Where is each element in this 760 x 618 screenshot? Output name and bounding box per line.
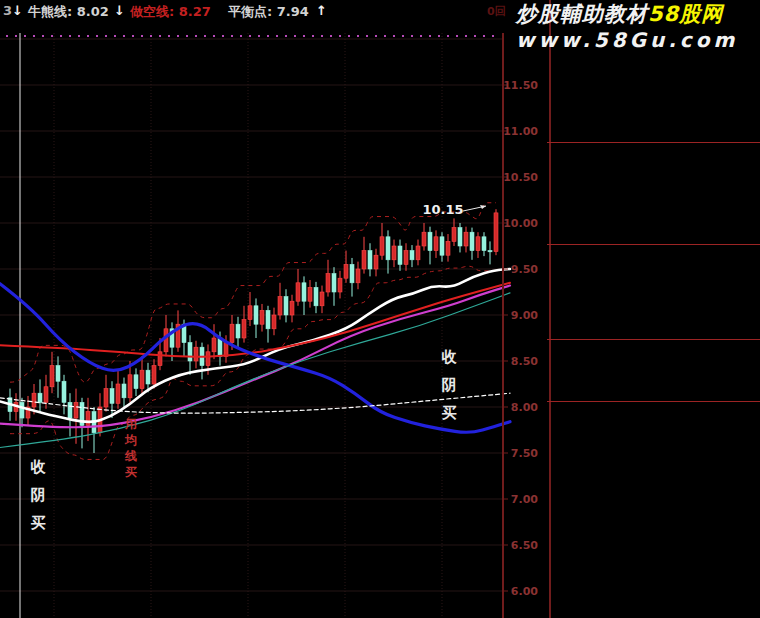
y-axis-label: 6.50 [511, 539, 538, 552]
candle-down [122, 384, 126, 398]
candle-down [440, 237, 444, 255]
candle-down [482, 237, 486, 251]
y-axis-label: 10.50 [503, 171, 538, 184]
signal-text: 买 [31, 514, 46, 532]
candle-up [242, 320, 246, 338]
y-axis-label: 8.00 [511, 401, 538, 414]
candle-up [278, 297, 282, 315]
y-axis-label: 10.00 [503, 217, 538, 230]
signal-text: 买 [442, 404, 457, 422]
candle-up [260, 310, 264, 324]
lower-envelope [10, 266, 496, 459]
candle-down [110, 389, 114, 404]
candle-down [458, 228, 462, 246]
quote-panel: 10.15368310.14208710.13139010.12109810.1… [545, 0, 760, 618]
signal-text: 线 [124, 449, 137, 463]
candle-up [452, 228, 456, 242]
toolbar-prefix: 3 [3, 3, 12, 18]
y-axis-label: 11.00 [503, 125, 538, 138]
candle-down [134, 375, 138, 389]
candle-up [164, 329, 168, 352]
candle-up [74, 402, 78, 418]
bull-bear-line-value[interactable]: 牛熊线: 8.02 [28, 3, 109, 21]
panel-section-divider [547, 401, 760, 402]
candle-down [284, 297, 288, 315]
candle-up [422, 232, 426, 246]
candle-down [146, 370, 150, 384]
panel-section-divider [547, 142, 760, 143]
panel-section-divider [547, 244, 760, 245]
peak-price-label: 10.15 [422, 202, 463, 217]
candle-down [350, 264, 354, 282]
candle-down [218, 338, 222, 356]
candle-down [386, 237, 390, 260]
candle-down [428, 232, 432, 250]
signal-text: 均 [124, 433, 137, 447]
corner-glyph: 0回 [487, 4, 506, 19]
candle-down [68, 402, 72, 418]
candle-up [380, 237, 384, 255]
candle-up [416, 246, 420, 260]
candle-down [302, 283, 306, 301]
candle-up [224, 343, 228, 357]
candle-up [308, 287, 312, 301]
candle-down [266, 310, 270, 328]
watermark: 炒股輔助教材58股网 www.58Gu.com [516, 0, 760, 52]
candle-up [50, 366, 54, 387]
candle-up [206, 352, 210, 366]
candle-up [374, 255, 378, 269]
candle-down [368, 251, 372, 269]
indicator-toolbar: 3 ↓ 牛熊线: 8.02 ↓ 做空线: 8.27 平衡点: 7.94 ↑ 0回 [0, 0, 545, 20]
candle-down [470, 232, 474, 250]
candle-up [104, 389, 108, 407]
down-arrow-icon: ↓ [12, 3, 23, 18]
down-arrow-icon: ↓ [114, 3, 125, 18]
y-axis-label: 7.50 [511, 447, 538, 460]
y-axis-label: 9.00 [511, 309, 538, 322]
candle-up [296, 283, 300, 301]
candle-down [236, 324, 240, 338]
watermark-title: 炒股輔助教材58股网 [516, 0, 760, 28]
y-axis-label: 6.00 [511, 585, 538, 598]
candle-up [320, 292, 324, 306]
candle-up [392, 246, 396, 260]
candle-up [446, 241, 450, 255]
stock-app-window: 3 ↓ 牛熊线: 8.02 ↓ 做空线: 8.27 平衡点: 7.94 ↑ 0回… [0, 0, 760, 618]
candle-up [116, 384, 120, 403]
candle-up [356, 269, 360, 283]
kline-chart[interactable]: 10.15收阴买收阴买用均线买11.5011.0010.5010.009.509… [0, 0, 545, 618]
signal-text: 阴 [31, 486, 46, 504]
candle-up [290, 301, 294, 315]
candle-down [410, 251, 414, 260]
short-line-value[interactable]: 做空线: 8.27 [130, 3, 211, 21]
candle-down [314, 287, 318, 305]
candle-up [344, 264, 348, 278]
balance-point-value[interactable]: 平衡点: 7.94 [228, 3, 309, 21]
candle-down [56, 366, 60, 382]
candle-down [254, 306, 258, 324]
signal-text: 收 [31, 458, 47, 476]
panel-section-divider [547, 339, 760, 340]
candle-up [494, 213, 498, 252]
candle-up [248, 306, 252, 320]
candle-down [62, 381, 66, 402]
candle-down [488, 251, 492, 252]
candle-up [86, 412, 90, 426]
candle-up [362, 251, 366, 269]
candle-up [152, 366, 156, 384]
candle-up [404, 251, 408, 265]
candle-up [476, 237, 480, 251]
y-axis-label: 11.50 [503, 79, 538, 92]
signal-text: 买 [125, 465, 137, 479]
watermark-url: www.58Gu.com [516, 28, 760, 52]
y-axis-label: 8.50 [511, 355, 538, 368]
candle-up [338, 278, 342, 292]
candle-up [128, 375, 132, 398]
candle-up [326, 274, 330, 292]
candle-up [44, 387, 48, 403]
candle-down [332, 274, 336, 292]
candle-up [212, 338, 216, 352]
signal-text: 收 [442, 348, 458, 366]
candle-up [230, 324, 234, 342]
candle-down [398, 246, 402, 264]
